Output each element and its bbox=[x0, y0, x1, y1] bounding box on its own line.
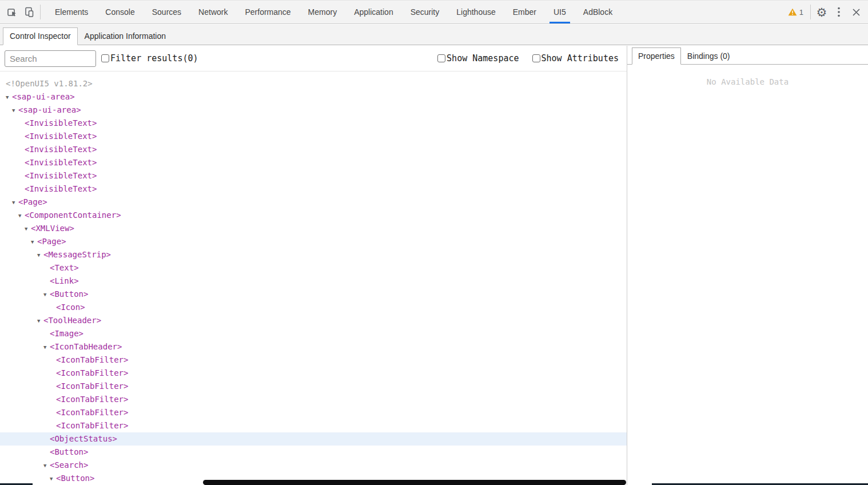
toolbar-right-controls: 1 ⚙ bbox=[783, 3, 868, 21]
devtools-toolbar: ElementsConsoleSourcesNetworkPerformance… bbox=[0, 0, 868, 24]
control-tag-label: <IconTabFilter> bbox=[56, 381, 128, 391]
tree-node[interactable]: <IconTabFilter> bbox=[0, 367, 627, 380]
tree-node[interactable]: ▼<sap-ui-area> bbox=[0, 90, 627, 104]
control-tag-label: <ComponentContainer> bbox=[25, 210, 121, 220]
expand-arrow-icon[interactable]: ▼ bbox=[43, 288, 50, 301]
control-tag-label: <sap-ui-area> bbox=[18, 105, 81, 114]
toolbar-separator bbox=[810, 5, 811, 19]
devtools-tab-sources[interactable]: Sources bbox=[144, 1, 190, 23]
expand-arrow-icon[interactable]: ▼ bbox=[37, 249, 43, 262]
tree-comment[interactable]: <!OpenUI5 v1.81.2> bbox=[0, 77, 627, 90]
tree-node[interactable]: <InvisibleText> bbox=[0, 143, 627, 156]
devtools-tab-network[interactable]: Network bbox=[190, 1, 236, 23]
tree-node[interactable]: ▼<sap-ui-area> bbox=[0, 104, 627, 117]
panel-tab-control-inspector[interactable]: Control Inspector bbox=[3, 27, 78, 45]
devtools-tab-application[interactable]: Application bbox=[345, 1, 402, 23]
tree-node[interactable]: ▼<XMLView> bbox=[0, 222, 627, 235]
devtools-tabs: ElementsConsoleSourcesNetworkPerformance… bbox=[46, 1, 621, 23]
tree-node[interactable]: <InvisibleText> bbox=[0, 182, 627, 196]
tree-node[interactable]: ▼<MessageStrip> bbox=[0, 248, 627, 261]
tree-node[interactable]: <InvisibleText> bbox=[0, 169, 627, 182]
details-tab-properties[interactable]: Properties bbox=[632, 47, 681, 65]
tree-node[interactable]: <InvisibleText> bbox=[0, 156, 627, 169]
show-attributes-checkbox-group: Show Attributes bbox=[532, 53, 619, 63]
show-attributes-label: Show Attributes bbox=[541, 53, 619, 63]
tree-node[interactable]: ▼<ToolHeader> bbox=[0, 314, 627, 327]
expand-arrow-icon[interactable]: ▼ bbox=[43, 341, 50, 354]
control-tag-label: <Text> bbox=[50, 263, 79, 272]
control-tag-label: <IconTabFilter> bbox=[56, 355, 128, 364]
tree-node[interactable]: <IconTabFilter> bbox=[0, 419, 627, 432]
control-tag-label: <sap-ui-area> bbox=[12, 92, 75, 101]
warnings-badge[interactable]: 1 bbox=[783, 8, 808, 17]
control-tag-label: <Link> bbox=[50, 276, 79, 285]
devtools-tab-memory[interactable]: Memory bbox=[300, 1, 346, 23]
tree-node[interactable]: <Image> bbox=[0, 327, 627, 340]
tree-node[interactable]: <IconTabFilter> bbox=[0, 353, 627, 367]
filter-results-label: Filter results(0) bbox=[110, 53, 198, 63]
devtools-tab-elements[interactable]: Elements bbox=[46, 1, 97, 23]
expand-arrow-icon[interactable]: ▼ bbox=[12, 104, 18, 117]
expand-arrow-icon[interactable]: ▼ bbox=[12, 196, 18, 209]
tree-node[interactable]: ▼<Search> bbox=[0, 459, 627, 472]
inspect-element-icon[interactable] bbox=[3, 3, 21, 21]
details-panel-tabbar: PropertiesBindings (0) bbox=[627, 46, 868, 65]
details-tab-bindings-0[interactable]: Bindings (0) bbox=[681, 47, 736, 65]
tree-node[interactable]: ▼<ComponentContainer> bbox=[0, 209, 627, 222]
tree-node[interactable]: <IconTabFilter> bbox=[0, 380, 627, 393]
kebab-menu-icon[interactable] bbox=[830, 3, 847, 21]
devtools-tab-lighthouse[interactable]: Lighthouse bbox=[448, 1, 504, 23]
close-devtools-icon[interactable] bbox=[847, 3, 865, 21]
devtools-tab-ember[interactable]: Ember bbox=[504, 1, 545, 23]
expand-arrow-icon[interactable]: ▼ bbox=[50, 472, 56, 485]
search-input[interactable] bbox=[5, 50, 96, 67]
devtools-tab-security[interactable]: Security bbox=[402, 1, 448, 23]
expand-arrow-icon[interactable]: ▼ bbox=[18, 209, 25, 222]
expand-arrow-icon[interactable]: ▼ bbox=[6, 91, 12, 104]
tree-node[interactable]: <ObjectStatus> bbox=[0, 432, 627, 446]
tree-node[interactable]: <InvisibleText> bbox=[0, 117, 627, 130]
tree-node[interactable]: <Text> bbox=[0, 261, 627, 275]
control-tag-label: <IconTabFilter> bbox=[56, 408, 128, 417]
tree-node[interactable]: <Link> bbox=[0, 275, 627, 288]
devtools-tab-adblock[interactable]: AdBlock bbox=[575, 1, 621, 23]
control-tag-label: <MessageStrip> bbox=[43, 250, 111, 259]
devtools-tab-performance[interactable]: Performance bbox=[236, 1, 299, 23]
tree-node[interactable]: ▼<Page> bbox=[0, 196, 627, 209]
three-dots-icon bbox=[838, 7, 840, 17]
show-namespace-label: Show Namespace bbox=[447, 53, 519, 63]
filter-results-checkbox[interactable] bbox=[101, 54, 109, 62]
control-tag-label: <InvisibleText> bbox=[25, 145, 97, 154]
expand-arrow-icon[interactable]: ▼ bbox=[43, 459, 50, 472]
main-content: Filter results(0) Show Namespace Show At… bbox=[0, 46, 868, 485]
tree-node[interactable]: ▼<Page> bbox=[0, 235, 627, 248]
show-attributes-checkbox[interactable] bbox=[532, 54, 540, 62]
control-tag-label: <InvisibleText> bbox=[25, 171, 97, 180]
device-toolbar-icon[interactable] bbox=[21, 3, 38, 21]
panel-tab-application-information[interactable]: Application Information bbox=[78, 27, 173, 45]
tree-node[interactable]: <IconTabFilter> bbox=[0, 406, 627, 419]
tree-node[interactable]: <Icon> bbox=[0, 301, 627, 314]
devtools-tab-ui5[interactable]: UI5 bbox=[545, 1, 575, 23]
control-tag-label: <InvisibleText> bbox=[25, 132, 97, 141]
control-tag-label: <Page> bbox=[37, 237, 66, 246]
tree-node[interactable]: <InvisibleText> bbox=[0, 130, 627, 143]
tree-node[interactable]: <IconTabFilter> bbox=[0, 393, 627, 406]
settings-gear-icon[interactable]: ⚙ bbox=[813, 3, 830, 21]
tree-node[interactable]: <Button> bbox=[0, 446, 627, 459]
inspect-cursor-icon bbox=[6, 6, 18, 18]
show-namespace-checkbox-group: Show Namespace bbox=[437, 53, 519, 63]
devtools-tab-console[interactable]: Console bbox=[97, 1, 143, 23]
show-namespace-checkbox[interactable] bbox=[437, 54, 445, 62]
control-tag-label: <IconTabFilter> bbox=[56, 421, 128, 430]
display-options: Show Namespace Show Attributes bbox=[432, 53, 619, 63]
tree-node[interactable]: ▼<IconTabHeader> bbox=[0, 340, 627, 353]
expand-arrow-icon[interactable]: ▼ bbox=[31, 236, 37, 249]
control-tag-label: <Button> bbox=[50, 289, 88, 299]
tree-node[interactable]: ▼<Button> bbox=[0, 288, 627, 301]
gear-glyph: ⚙ bbox=[817, 6, 827, 18]
ui5-panel-tabbar: Control InspectorApplication Information bbox=[0, 25, 868, 45]
control-tag-label: <Search> bbox=[50, 460, 88, 470]
expand-arrow-icon[interactable]: ▼ bbox=[25, 222, 31, 236]
expand-arrow-icon[interactable]: ▼ bbox=[37, 315, 43, 328]
